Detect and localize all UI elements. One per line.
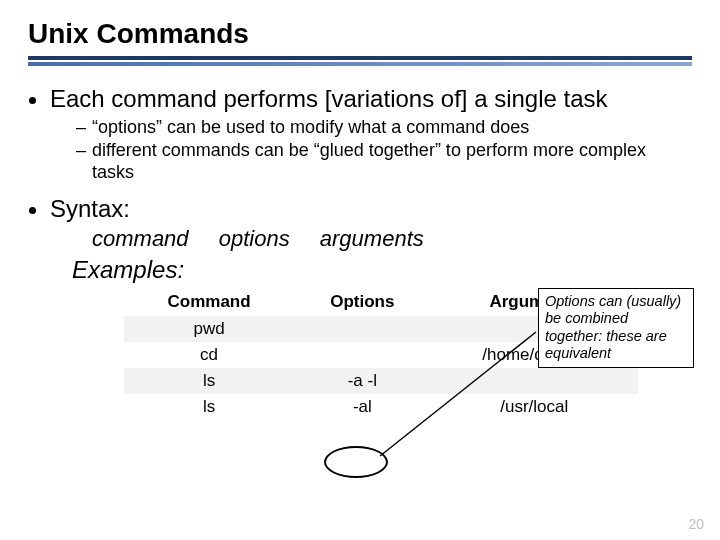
- cell-arguments: [431, 368, 638, 394]
- highlight-ellipse: [324, 446, 388, 478]
- bullet-2: Syntax:: [50, 194, 692, 224]
- table-row: ls -al /usr/local: [124, 394, 638, 420]
- bullet-1: Each command performs [variations of] a …: [50, 84, 692, 184]
- cell-options: [294, 342, 430, 368]
- cell-options: -a -l: [294, 368, 430, 394]
- slide-title: Unix Commands: [28, 18, 692, 50]
- cell-command: ls: [124, 394, 294, 420]
- slide: Unix Commands Each command performs [var…: [0, 0, 720, 540]
- syntax-options: options: [219, 226, 290, 251]
- cell-arguments: /usr/local: [431, 394, 638, 420]
- callout-box: Options can (usually) be combined togeth…: [538, 288, 694, 368]
- bullet-list: Each command performs [variations of] a …: [28, 84, 692, 224]
- syntax-row: command options arguments: [92, 226, 692, 252]
- examples-label: Examples:: [72, 256, 692, 284]
- bullet-2-text: Syntax:: [50, 195, 130, 222]
- cell-command: cd: [124, 342, 294, 368]
- th-options: Options: [294, 288, 430, 316]
- cell-command: pwd: [124, 316, 294, 342]
- cell-options: -al: [294, 394, 430, 420]
- title-rule-gradient: [28, 62, 692, 66]
- bullet-1-text: Each command performs [variations of] a …: [50, 85, 608, 112]
- page-number: 20: [688, 516, 704, 532]
- bullet-1b: different commands can be “glued togethe…: [76, 139, 692, 184]
- bullet-1-sublist: “options” can be used to modify what a c…: [50, 116, 692, 184]
- syntax-command: command: [92, 226, 189, 251]
- cell-command: ls: [124, 368, 294, 394]
- title-rule-dark: [28, 56, 692, 60]
- cell-options: [294, 316, 430, 342]
- syntax-arguments: arguments: [320, 226, 424, 251]
- bullet-1a: “options” can be used to modify what a c…: [76, 116, 692, 139]
- th-command: Command: [124, 288, 294, 316]
- table-row: ls -a -l: [124, 368, 638, 394]
